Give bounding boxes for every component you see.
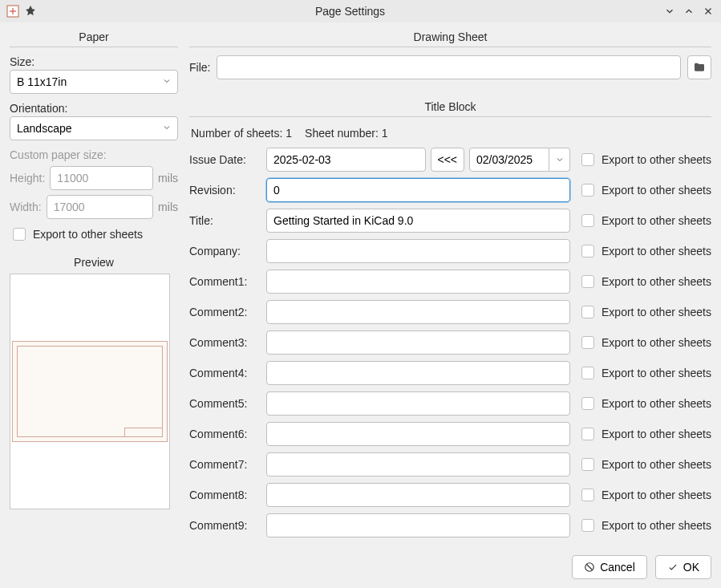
width-label: Width: xyxy=(10,201,42,213)
num-sheets-label: Number of sheets: 1 xyxy=(191,127,292,140)
export-label: Export to other sheets xyxy=(602,489,711,501)
preview-box xyxy=(10,274,170,509)
export-label: Export to other sheets xyxy=(602,153,711,166)
comment7-export-checkbox[interactable] xyxy=(581,458,594,471)
date-picker-input[interactable] xyxy=(469,148,549,172)
comment2-export-checkbox[interactable] xyxy=(581,306,594,318)
ok-button[interactable]: OK xyxy=(655,555,711,579)
revision-input[interactable] xyxy=(266,178,570,202)
comment4-input[interactable] xyxy=(266,361,570,385)
title-export-checkbox[interactable] xyxy=(581,214,594,227)
comment3-label: Comment3: xyxy=(189,336,258,349)
comment6-label: Comment6: xyxy=(189,428,258,440)
comment2-label: Comment2: xyxy=(189,306,258,318)
drawing-section-title: Drawing Sheet xyxy=(189,26,711,47)
export-label: Export to other sheets xyxy=(602,458,711,471)
orientation-select[interactable]: Landscape xyxy=(10,116,178,140)
export-label: Export to other sheets xyxy=(602,397,711,410)
comment1-label: Comment1: xyxy=(189,275,258,288)
comment4-label: Comment4: xyxy=(189,367,258,379)
export-label: Export to other sheets xyxy=(602,275,711,288)
comment1-export-checkbox[interactable] xyxy=(581,275,594,288)
issue-date-export-checkbox[interactable] xyxy=(581,153,594,166)
paper-section-title: Paper xyxy=(10,26,178,47)
issue-date-label: Issue Date: xyxy=(189,153,258,166)
comment1-input[interactable] xyxy=(266,270,570,294)
check-icon xyxy=(667,562,678,573)
comment7-input[interactable] xyxy=(266,452,570,476)
date-copy-button[interactable]: <<< xyxy=(431,148,465,172)
file-input[interactable] xyxy=(217,55,681,79)
comment5-export-checkbox[interactable] xyxy=(581,397,594,410)
ok-label: OK xyxy=(683,561,699,574)
cancel-label: Cancel xyxy=(600,561,635,574)
sheet-number-label: Sheet number: 1 xyxy=(305,127,388,140)
titlebar: Page Settings xyxy=(0,0,721,22)
date-picker-button[interactable] xyxy=(549,148,570,172)
company-label: Company: xyxy=(189,245,258,258)
export-label: Export to other sheets xyxy=(602,245,711,258)
comment5-label: Comment5: xyxy=(189,397,258,410)
comment3-export-checkbox[interactable] xyxy=(581,336,594,349)
comment8-export-checkbox[interactable] xyxy=(581,489,594,501)
paper-export-checkbox[interactable] xyxy=(13,228,26,241)
comment9-export-checkbox[interactable] xyxy=(581,519,594,532)
comment5-input[interactable] xyxy=(266,391,570,416)
comment6-export-checkbox[interactable] xyxy=(581,428,594,440)
file-label: File: xyxy=(189,61,210,74)
height-label: Height: xyxy=(10,172,45,185)
company-input[interactable] xyxy=(266,239,570,263)
comment7-label: Comment7: xyxy=(189,458,258,471)
preview-sheet xyxy=(12,341,168,442)
titleblock-section-title: Title Block xyxy=(189,95,711,117)
export-label: Export to other sheets xyxy=(602,336,711,349)
comment4-export-checkbox[interactable] xyxy=(581,367,594,379)
width-input xyxy=(47,195,153,219)
close-icon[interactable] xyxy=(702,5,715,18)
file-browse-button[interactable] xyxy=(687,55,711,79)
export-label: Export to other sheets xyxy=(602,214,711,227)
comment9-label: Comment9: xyxy=(189,519,258,532)
pin-icon[interactable] xyxy=(24,5,37,18)
export-label: Export to other sheets xyxy=(602,428,711,440)
height-input xyxy=(50,166,153,190)
height-unit: mils xyxy=(158,172,178,185)
company-export-checkbox[interactable] xyxy=(581,245,594,258)
orientation-label: Orientation: xyxy=(10,102,178,115)
custom-size-label: Custom paper size: xyxy=(10,148,178,161)
maximize-icon[interactable] xyxy=(683,5,695,18)
comment9-input[interactable] xyxy=(266,513,570,537)
export-label: Export to other sheets xyxy=(602,367,711,379)
export-label: Export to other sheets xyxy=(602,519,711,532)
title-label: Title: xyxy=(189,214,258,227)
preview-frame xyxy=(17,346,163,437)
comment8-input[interactable] xyxy=(266,483,570,507)
title-input[interactable] xyxy=(266,209,570,233)
app-icon xyxy=(6,5,19,18)
preview-label: Preview xyxy=(10,256,178,269)
size-select[interactable]: B 11x17in xyxy=(10,70,178,94)
preview-titleblock xyxy=(124,428,163,437)
size-label: Size: xyxy=(10,55,178,68)
width-unit: mils xyxy=(158,201,178,213)
export-label: Export to other sheets xyxy=(602,306,711,318)
cancel-icon xyxy=(584,562,595,573)
export-label: Export to other sheets xyxy=(602,184,711,197)
revision-label: Revision: xyxy=(189,184,258,197)
paper-export-label: Export to other sheets xyxy=(33,228,143,241)
comment2-input[interactable] xyxy=(266,300,570,324)
minimize-icon[interactable] xyxy=(663,5,676,18)
comment8-label: Comment8: xyxy=(189,489,258,501)
revision-export-checkbox[interactable] xyxy=(581,184,594,197)
issue-date-input[interactable] xyxy=(266,148,426,172)
comment6-input[interactable] xyxy=(266,422,570,446)
window-title: Page Settings xyxy=(37,5,663,18)
cancel-button[interactable]: Cancel xyxy=(572,555,647,579)
comment3-input[interactable] xyxy=(266,330,570,355)
